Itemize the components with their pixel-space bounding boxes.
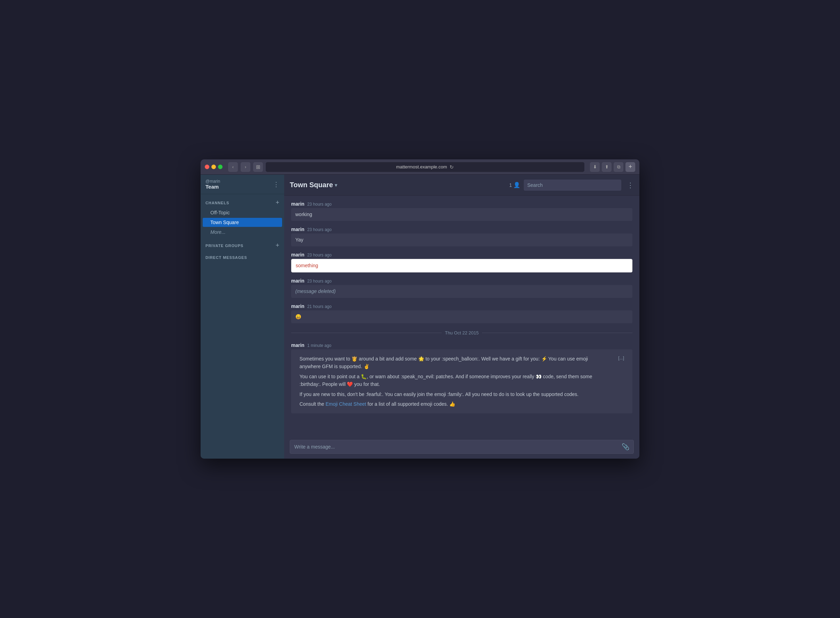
user-info: @marin Team	[206, 179, 220, 190]
message-bubble-deleted: (message deleted)	[291, 285, 633, 298]
tabs-button[interactable]: ⧉	[614, 162, 623, 172]
message-time: 1 minute ago	[307, 343, 331, 348]
member-count: 1	[509, 182, 512, 188]
message-group: marin 23 hours ago something	[291, 252, 633, 272]
message-author: marin	[291, 227, 304, 232]
reload-button[interactable]: ↻	[450, 164, 454, 170]
message-author: marin	[291, 342, 304, 348]
message-author: marin	[291, 278, 304, 284]
date-divider-text: Thu Oct 22 2015	[445, 330, 479, 336]
share-button[interactable]: ⬆	[602, 162, 612, 172]
date-divider: Thu Oct 22 2015	[291, 330, 633, 336]
url-text: mattermost.example.com	[396, 164, 447, 169]
private-groups-section-header: PRIVATE GROUPS +	[201, 237, 284, 251]
message-author: marin	[291, 201, 304, 207]
message-meta: marin 23 hours ago	[291, 201, 633, 207]
message-author: marin	[291, 303, 304, 309]
close-button[interactable]	[205, 165, 209, 169]
message-meta: marin 23 hours ago	[291, 227, 633, 232]
chat-header: Town Square ▾ 1 👤 Search ⋮	[284, 175, 639, 196]
message-author: marin	[291, 252, 304, 257]
back-button[interactable]: ‹	[228, 162, 238, 172]
long-message-group: marin 1 minute ago Sometimes you want to…	[291, 342, 633, 413]
message-bubble: 😄	[291, 310, 633, 323]
chat-area: Town Square ▾ 1 👤 Search ⋮ marin	[284, 175, 639, 459]
message-action-expand[interactable]: [...]	[614, 352, 628, 364]
sidebar-item-off-topic[interactable]: Off-Topic	[203, 208, 282, 217]
message-time: 23 hours ago	[307, 279, 332, 284]
channels-label: CHANNELS	[206, 201, 229, 205]
private-groups-label: PRIVATE GROUPS	[206, 244, 243, 248]
channel-name: Town Square	[290, 181, 333, 189]
team-label: Team	[206, 184, 220, 190]
message-group: marin 23 hours ago Yay	[291, 227, 633, 247]
message-input-placeholder: Write a message...	[294, 444, 335, 450]
message-bubble: working	[291, 208, 633, 221]
sidebar-toggle-button[interactable]: ⊞	[253, 162, 263, 172]
url-bar[interactable]: mattermost.example.com ↻	[266, 162, 584, 172]
direct-messages-section-header: DIRECT MESSAGES	[201, 251, 284, 261]
member-count-badge: 1 👤	[509, 182, 520, 188]
message-group: marin 23 hours ago (message deleted)	[291, 278, 633, 298]
add-private-group-button[interactable]: +	[276, 242, 279, 249]
message-input[interactable]: Write a message... 📎	[290, 440, 634, 454]
message-time: 23 hours ago	[307, 202, 332, 207]
channel-dropdown-icon[interactable]: ▾	[335, 182, 337, 188]
toolbar-actions: ⬇ ⬆ ⧉ +	[590, 162, 635, 172]
message-meta: marin 1 minute ago	[291, 342, 633, 348]
titlebar: ‹ › ⊞ mattermost.example.com ↻ ⬇ ⬆ ⧉ +	[201, 159, 639, 175]
add-channel-button[interactable]: +	[276, 199, 279, 206]
message-group: marin 21 hours ago 😄	[291, 303, 633, 323]
main-layout: @marin Team ⋮ CHANNELS + Off-Topic Town …	[201, 175, 639, 459]
sidebar-menu-button[interactable]: ⋮	[273, 181, 279, 188]
forward-button[interactable]: ›	[241, 162, 250, 172]
emoji-cheat-sheet-link[interactable]: Emoji Cheat Sheet	[326, 401, 366, 407]
sidebar-header: @marin Team ⋮	[201, 175, 284, 194]
maximize-button[interactable]	[218, 165, 222, 169]
username-label: @marin	[206, 179, 220, 184]
traffic-lights	[205, 165, 222, 169]
search-placeholder: Search	[527, 182, 542, 188]
long-message-content: Sometimes you want to 👸 around a bit and…	[295, 352, 614, 411]
long-message-bubble: Sometimes you want to 👸 around a bit and…	[291, 349, 633, 413]
attach-button[interactable]: 📎	[622, 443, 629, 451]
sidebar-item-town-square[interactable]: Town Square	[203, 218, 282, 227]
app-window: ‹ › ⊞ mattermost.example.com ↻ ⬇ ⬆ ⧉ + @…	[201, 159, 639, 459]
channels-section-header: CHANNELS +	[201, 194, 284, 208]
message-bubble: Yay	[291, 233, 633, 247]
direct-messages-label: DIRECT MESSAGES	[206, 256, 247, 260]
message-meta: marin 21 hours ago	[291, 303, 633, 309]
sidebar: @marin Team ⋮ CHANNELS + Off-Topic Town …	[201, 175, 284, 459]
messages-list: marin 23 hours ago working marin 23 hour…	[284, 196, 639, 436]
chat-title: Town Square ▾	[290, 181, 337, 189]
message-meta: marin 23 hours ago	[291, 278, 633, 284]
download-button[interactable]: ⬇	[590, 162, 600, 172]
minimize-button[interactable]	[211, 165, 216, 169]
message-bubble-highlighted: something	[291, 259, 633, 272]
chat-more-button[interactable]: ⋮	[627, 181, 634, 189]
member-icon: 👤	[513, 182, 520, 188]
message-input-area: Write a message... 📎	[284, 436, 639, 459]
message-group: marin 23 hours ago working	[291, 201, 633, 221]
new-tab-button[interactable]: +	[626, 162, 635, 172]
message-meta: marin 23 hours ago	[291, 252, 633, 257]
message-time: 23 hours ago	[307, 253, 332, 257]
message-time: 23 hours ago	[307, 227, 332, 232]
message-time: 21 hours ago	[307, 304, 332, 309]
sidebar-more-channels[interactable]: More...	[203, 227, 282, 237]
search-box[interactable]: Search	[524, 180, 621, 191]
